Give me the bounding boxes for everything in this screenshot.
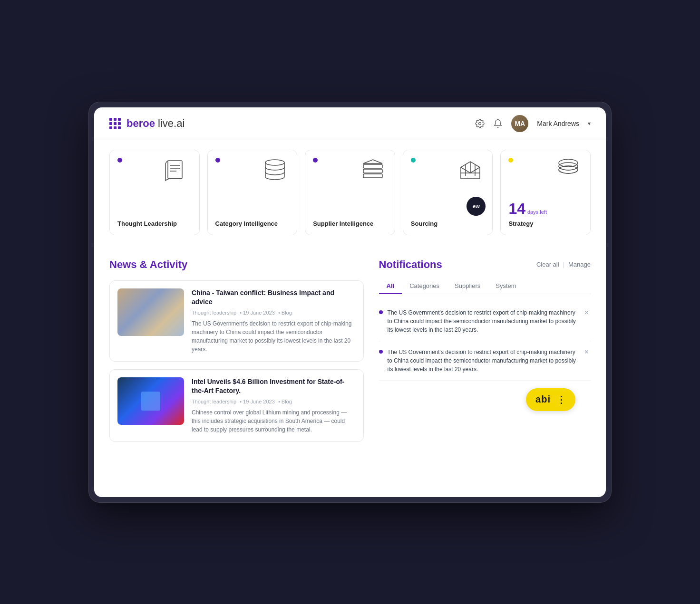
cards-section: Thought Leadership Category Intelligence [94, 140, 606, 245]
main-content: News & Activity China - Taiwan conflict:… [94, 245, 606, 463]
news-content-1: China - Taiwan conflict: Business Impact… [192, 288, 356, 354]
news-title-1: China - Taiwan conflict: Business Impact… [192, 288, 356, 307]
user-name: Mark Andrews [537, 120, 579, 127]
notif-dot-1 [379, 310, 383, 314]
card-label-thought: Thought Leadership [117, 220, 192, 227]
card-dot-strategy [508, 158, 513, 163]
news-card-1[interactable]: China - Taiwan conflict: Business Impact… [109, 280, 364, 362]
notif-tabs: All Categories Suppliers System [379, 278, 591, 294]
abi-button[interactable]: abi ⋮ [526, 388, 575, 411]
card-dot-sourcing [411, 158, 416, 163]
notif-dot-2 [379, 350, 383, 354]
card-sourcing[interactable]: ew Sourcing [403, 150, 493, 235]
chevron-down-icon[interactable]: ▾ [588, 120, 591, 127]
news-card-2[interactable]: Intel Unveils $4.6 Billion Investment fo… [109, 369, 364, 442]
notif-item-1: The US Government's decision to restrict… [379, 302, 591, 341]
tab-all[interactable]: All [379, 278, 402, 294]
abi-menu-icon: ⋮ [556, 394, 566, 405]
notif-list: The US Government's decision to restrict… [379, 302, 591, 381]
news-body-2: Chinese control over global Lithium mini… [192, 408, 356, 434]
cards-row: Thought Leadership Category Intelligence [109, 150, 591, 235]
svg-marker-8 [363, 160, 382, 163]
avatar[interactable]: MA [511, 115, 528, 132]
tab-categories[interactable]: Categories [402, 278, 447, 294]
card-label-sourcing: Sourcing [411, 220, 485, 227]
header-right: MA Mark Andrews ▾ [475, 115, 591, 132]
grid-icon [109, 118, 121, 129]
notif-section-title: Notifications [379, 259, 442, 271]
notif-close-2[interactable]: × [583, 348, 591, 356]
card-dot-thought [117, 158, 122, 163]
news-content-2: Intel Unveils $4.6 Billion Investment fo… [192, 377, 356, 434]
svg-rect-6 [363, 169, 382, 173]
card-label-strategy: Strategy [508, 220, 583, 227]
news-meta-2: Thought leadership • 19 June 2023 • Blog [192, 399, 356, 404]
news-section: News & Activity China - Taiwan conflict:… [109, 259, 364, 450]
clear-all-link[interactable]: Clear all [536, 261, 559, 268]
card-label-category: Category Intelligence [215, 220, 290, 227]
news-image-2 [117, 377, 184, 425]
header: beroe live.ai MA Mark Andrews ▾ [94, 107, 606, 140]
tab-system[interactable]: System [488, 278, 524, 294]
card-supplier-intelligence[interactable]: Supplier Intelligence [305, 150, 395, 235]
news-body-1: The US Government's decision to restrict… [192, 319, 356, 354]
device-frame: beroe live.ai MA Mark Andrews ▾ [88, 102, 612, 503]
card-category-intelligence[interactable]: Category Intelligence [207, 150, 298, 235]
card-days-strategy: 14 days left [508, 201, 583, 216]
abi-label: abi [535, 394, 551, 405]
card-icon-thought [117, 158, 192, 216]
card-label-supplier: Supplier Intelligence [313, 220, 387, 227]
sourcing-avatar: ew [467, 197, 486, 216]
abi-container: abi ⋮ [379, 381, 591, 419]
bell-icon[interactable] [493, 119, 503, 128]
news-image-1 [117, 288, 184, 336]
notifications-section: Notifications Clear all | Manage All Cat… [379, 259, 591, 450]
notif-item-2: The US Government's decision to restrict… [379, 341, 591, 381]
card-icon-strategy [508, 158, 583, 201]
card-dot-supplier [313, 158, 318, 163]
logo-text: beroe live.ai [126, 117, 185, 130]
card-thought-leadership[interactable]: Thought Leadership [109, 150, 200, 235]
card-icon-supplier [313, 158, 387, 216]
tab-suppliers[interactable]: Suppliers [447, 278, 488, 294]
notif-actions: Clear all | Manage [536, 261, 591, 268]
notif-text-1: The US Government's decision to restrict… [388, 308, 578, 334]
card-dot-category [215, 158, 220, 163]
svg-rect-0 [168, 161, 182, 179]
svg-rect-5 [363, 164, 382, 168]
svg-point-4 [265, 160, 284, 165]
news-meta-1: Thought leadership • 19 June 2023 • Blog [192, 310, 356, 316]
logo-area: beroe live.ai [109, 117, 185, 130]
card-icon-category [215, 158, 290, 216]
notif-close-1[interactable]: × [583, 308, 591, 317]
notif-text-2: The US Government's decision to restrict… [388, 348, 578, 374]
settings-icon[interactable] [475, 119, 485, 128]
notif-header: Notifications Clear all | Manage [379, 259, 591, 271]
news-title-2: Intel Unveils $4.6 Billion Investment fo… [192, 377, 356, 396]
card-strategy[interactable]: 14 days left Strategy [500, 150, 591, 235]
manage-link[interactable]: Manage [568, 261, 591, 268]
svg-rect-7 [363, 174, 382, 178]
app-window: beroe live.ai MA Mark Andrews ▾ [94, 107, 606, 497]
news-section-title: News & Activity [109, 259, 364, 271]
